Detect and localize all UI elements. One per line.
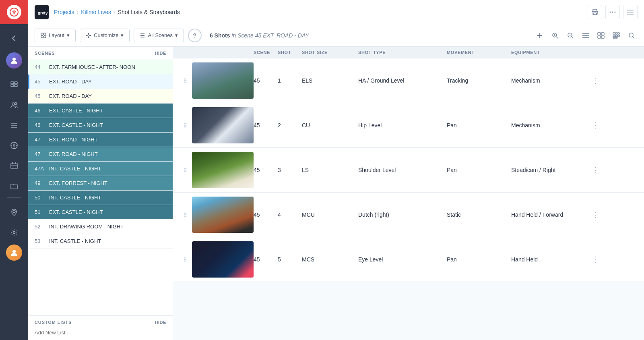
zoom-in-button[interactable] <box>549 29 561 41</box>
shot-size-1: ELS <box>302 77 358 84</box>
scenes-panel: SCENES HIDE 44 EXT. FARMHOUSE - AFTER- N… <box>28 47 173 340</box>
thumbnail-img-1 <box>192 62 254 99</box>
breadcrumb-sep2: › <box>114 9 116 15</box>
shot-row-4: 45 4 MCU Dutch (right) Static Hand Held … <box>173 193 644 237</box>
scene-item-46-b[interactable]: 46 EXT. CASTLE - NIGHT <box>28 118 173 133</box>
shot-type-1: HA / Ground Level <box>358 77 447 84</box>
svg-point-79 <box>185 123 186 124</box>
thumbnail-img-4 <box>192 197 254 233</box>
svg-line-51 <box>572 37 573 38</box>
svg-rect-37 <box>44 33 46 35</box>
shot-more-5[interactable]: ⋮ <box>592 255 608 264</box>
zoom-out-button[interactable] <box>564 29 576 41</box>
dots-button[interactable] <box>605 5 620 19</box>
shot-num-3: 3 <box>278 167 302 173</box>
scene-item-46-a[interactable]: 46 EXT. CASTLE - NIGHT <box>28 104 173 118</box>
shot-list-area: SCENE SHOT SHOT SIZE SHOT TYPE MOVEMENT … <box>173 47 644 340</box>
scenes-panel-header: SCENES HIDE <box>28 47 173 60</box>
menu-button[interactable] <box>623 5 638 19</box>
scenes-hide-button[interactable]: HIDE <box>155 51 166 56</box>
back-icon-btn[interactable] <box>0 28 28 48</box>
customize-button[interactable]: Customize ▾ <box>80 29 130 42</box>
col-shot-size: SHOT SIZE <box>302 50 358 55</box>
svg-point-80 <box>185 125 186 126</box>
svg-text:grvty: grvty <box>38 11 47 15</box>
drag-handle-2[interactable] <box>181 122 189 129</box>
custom-lists-header: CUSTOM LISTS HIDE <box>35 320 166 325</box>
shot-more-4[interactable]: ⋮ <box>592 210 608 219</box>
scene-item-45-b[interactable]: 45 EXT. ROAD - DAY <box>28 89 173 104</box>
shot-more-3[interactable]: ⋮ <box>592 166 608 174</box>
shot-row-5: 45 5 MCS Eye Level Pan Hand Held ⋮ <box>173 237 644 282</box>
shot-scene-5: 45 <box>254 256 278 263</box>
add-list-input[interactable] <box>35 330 166 336</box>
scene-item-47-b[interactable]: 47 EXT. ROAD - NIGHT <box>28 147 173 162</box>
drag-handle-5[interactable] <box>181 256 189 263</box>
search-button[interactable] <box>625 29 638 41</box>
user-avatar-top[interactable] <box>6 52 22 68</box>
wheel-icon-btn[interactable] <box>0 135 28 155</box>
col-equipment: EQUIPMENT <box>511 50 592 55</box>
scene-item-45-a[interactable]: 45 EXT. ROAD - DAY <box>28 75 173 89</box>
svg-point-72 <box>184 82 185 83</box>
layout-button[interactable]: Layout ▾ <box>35 29 76 42</box>
col-thumbnail <box>181 50 254 55</box>
scene-item-47-a[interactable]: 47 EXT. ROAD - NIGHT <box>28 133 173 147</box>
shot-thumbnail-3 <box>181 152 254 188</box>
scene-item-53[interactable]: 53 INT. CASTLE - NIGHT <box>28 234 173 249</box>
add-button[interactable] <box>534 29 546 41</box>
people-icon-btn[interactable] <box>0 95 28 115</box>
svg-point-76 <box>184 123 185 124</box>
view-module-button[interactable] <box>610 29 622 41</box>
svg-point-84 <box>184 171 185 172</box>
toolbar-right <box>534 29 638 41</box>
scene-item-44[interactable]: 44 EXT. FARMHOUSE - AFTER- NOON <box>28 60 173 75</box>
scene-item-51[interactable]: 51 EXT. CASTLE - NIGHT <box>28 205 173 220</box>
breadcrumb-project[interactable]: Killmo Lives <box>81 9 111 15</box>
drag-handle-4[interactable] <box>181 211 189 218</box>
view-grid-button[interactable] <box>595 29 607 41</box>
settings-icon-btn[interactable] <box>0 222 28 243</box>
scene-item-49[interactable]: 49 EXT. FORREST - NIGHT <box>28 176 173 191</box>
sidebar-icons <box>0 24 28 271</box>
thumbnail-img-3 <box>192 152 254 188</box>
svg-rect-3 <box>11 82 14 84</box>
all-scenes-button[interactable]: All Scenes ▾ <box>134 29 184 42</box>
svg-point-22 <box>13 210 15 213</box>
help-button[interactable]: ? <box>188 29 202 42</box>
user-avatar-bottom[interactable] <box>0 243 28 263</box>
breadcrumb-current: Shot Lists & Storyboards <box>118 9 180 15</box>
shot-movement-2: Pan <box>447 122 511 129</box>
breadcrumb-projects[interactable]: Projects <box>54 9 74 15</box>
custom-lists-hide-button[interactable]: HIDE <box>155 320 166 325</box>
calendar-icon-btn[interactable] <box>0 155 28 176</box>
shot-size-3: LS <box>302 167 358 173</box>
svg-rect-61 <box>615 33 617 34</box>
scene-item-50[interactable]: 50 INT. CASTLE - NIGHT <box>28 191 173 205</box>
scene-item-47a[interactable]: 47A INT. CASTLE - NIGHT <box>28 162 173 176</box>
shot-equipment-5: Hand Held <box>511 256 592 263</box>
shot-size-5: MCS <box>302 256 358 263</box>
svg-point-1 <box>13 12 15 14</box>
drag-handle-3[interactable] <box>181 167 189 173</box>
print-button[interactable] <box>588 5 602 19</box>
location-icon-btn[interactable] <box>0 202 28 222</box>
shot-thumbnail-5 <box>181 241 254 278</box>
svg-point-13 <box>13 145 15 146</box>
view-list-button[interactable] <box>580 29 592 41</box>
scene-item-52[interactable]: 52 INT. DRAWING ROOM - NIGHT <box>28 220 173 234</box>
svg-point-99 <box>185 261 186 262</box>
svg-point-78 <box>184 126 185 128</box>
storyboard-icon-btn[interactable] <box>0 75 28 95</box>
custom-lists-section: CUSTOM LISTS HIDE <box>28 315 173 340</box>
col-movement: MOVEMENT <box>447 50 511 55</box>
folder-icon-btn[interactable] <box>0 176 28 196</box>
drag-handle-1[interactable] <box>181 77 189 84</box>
list-icon-btn[interactable] <box>0 115 28 135</box>
shot-more-2[interactable]: ⋮ <box>592 121 608 130</box>
shot-thumbnail-1 <box>181 62 254 99</box>
shot-movement-3: Pan <box>447 167 511 173</box>
col-shot: SHOT <box>278 50 302 55</box>
shot-more-1[interactable]: ⋮ <box>592 76 608 85</box>
svg-point-2 <box>12 58 16 61</box>
